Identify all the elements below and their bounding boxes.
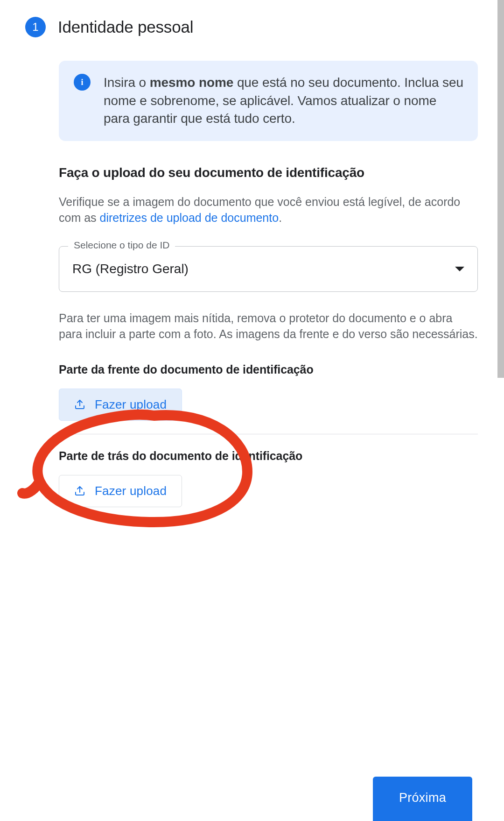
upload-back-label: Fazer upload	[95, 484, 167, 498]
info-icon: i	[74, 74, 91, 91]
chevron-down-icon	[455, 267, 464, 271]
front-upload-section: Parte da frente do documento de identifi…	[59, 363, 478, 421]
upload-heading: Faça o upload do seu documento de identi…	[59, 165, 478, 180]
helper-suffix: .	[279, 211, 282, 224]
upload-helper: Verifique se a imagem do documento que v…	[59, 194, 478, 226]
content-area: i Insira o mesmo nome que está no seu do…	[59, 61, 481, 507]
next-button[interactable]: Próxima	[373, 777, 472, 821]
back-heading: Parte de trás do documento de identifica…	[59, 449, 478, 463]
step-number-badge: 1	[25, 17, 46, 37]
upload-icon	[74, 485, 85, 496]
upload-back-button[interactable]: Fazer upload	[59, 475, 182, 507]
upload-icon	[74, 399, 85, 410]
info-box: i Insira o mesmo nome que está no seu do…	[59, 61, 478, 141]
back-upload-section: Parte de trás do documento de identifica…	[59, 449, 478, 507]
info-text: Insira o mesmo nome que está no seu docu…	[104, 74, 464, 128]
image-instructions: Para ter uma imagem mais nítida, remova …	[59, 311, 478, 342]
front-heading: Parte da frente do documento de identifi…	[59, 363, 478, 376]
divider	[59, 434, 478, 434]
id-type-select[interactable]: RG (Registro Geral)	[59, 246, 478, 292]
upload-guidelines-link[interactable]: diretrizes de upload de documento	[100, 211, 279, 224]
upload-front-button[interactable]: Fazer upload	[59, 389, 182, 421]
step-header: 1 Identidade pessoal	[25, 17, 481, 37]
upload-front-label: Fazer upload	[95, 397, 167, 412]
form-container: 1 Identidade pessoal i Insira o mesmo no…	[0, 0, 504, 821]
step-title: Identidade pessoal	[58, 18, 193, 36]
info-text-prefix: Insira o	[104, 75, 150, 90]
id-type-select-wrapper: Selecione o tipo de ID RG (Registro Gera…	[59, 246, 478, 292]
info-text-bold: mesmo nome	[150, 75, 234, 90]
id-type-label: Selecione o tipo de ID	[68, 240, 175, 251]
id-type-value: RG (Registro Geral)	[72, 262, 189, 276]
